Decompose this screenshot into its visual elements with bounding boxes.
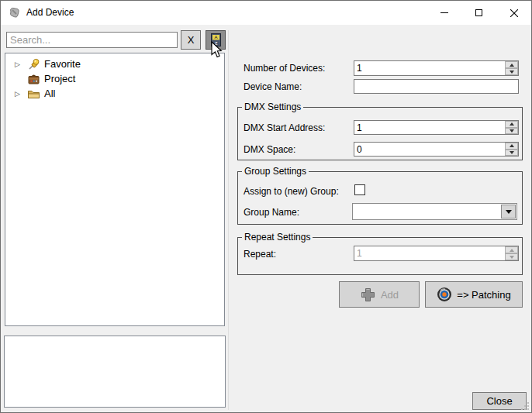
group-name-combobox[interactable] [352,203,517,220]
patching-button[interactable]: => Patching [425,281,523,308]
clear-search-label: X [188,34,195,46]
pane-splitter[interactable] [228,30,229,410]
group-name-label: Group Name: [244,207,299,219]
maximize-icon [475,9,482,16]
minimize-button[interactable] [427,1,461,25]
dmx-space-label: DMX Space: [244,144,295,156]
arrow-up-icon [510,144,514,147]
close-button[interactable]: Close [472,392,527,410]
chevron-down-icon [506,210,512,214]
spin-down-button[interactable] [505,68,518,75]
spin-down-button[interactable] [505,150,518,157]
repeat-settings-title: Repeat Settings [242,232,313,243]
tree-item-label: Favorite [44,58,81,70]
number-of-devices-label: Number of Devices: [244,63,325,74]
add-device-dialog: Add Device X A Z ▷ Favor [0,0,532,413]
tree-item-favorite[interactable]: ▷ Favorite [5,57,224,71]
pin-icon [27,58,40,71]
device-icon [8,6,21,19]
close-icon [510,9,518,17]
tree-item-label: All [44,88,55,99]
group-name-value [353,204,500,219]
arrow-down-icon [510,151,514,154]
arrow-down-icon [510,129,514,133]
arrow-up-icon [510,122,514,126]
number-of-devices-input[interactable] [354,61,505,75]
spin-up-button [505,246,518,253]
spin-up-button[interactable] [505,143,518,150]
dmx-start-address-input[interactable] [354,121,505,134]
assign-group-label: Assign to (new) Group: [244,186,339,198]
arrow-down-icon [510,256,514,259]
clear-search-button[interactable]: X [181,30,201,50]
titlebar: Add Device [1,1,531,25]
dmx-start-address-spinner [354,120,519,135]
number-of-devices-spinner [354,60,519,76]
plus-icon [360,287,376,303]
device-name-label: Device Name: [244,81,302,93]
minimize-icon [440,12,448,13]
dmx-space-input[interactable] [354,143,505,156]
tree-item-all[interactable]: ▷ All [5,86,224,101]
toolbox-icon [27,73,40,85]
spin-up-button[interactable] [505,61,518,68]
arrow-down-icon [510,71,514,74]
patching-button-label: => Patching [457,289,510,301]
dmx-settings-title: DMX Settings [242,102,303,113]
arrow-up-icon [510,249,514,252]
add-button[interactable]: Add [339,281,420,308]
svg-text:A: A [214,35,217,40]
maximize-button[interactable] [461,1,496,25]
expander-icon[interactable]: ▷ [15,60,22,68]
add-button-label: Add [381,289,399,301]
device-name-input[interactable] [354,80,518,93]
folder-icon [27,88,40,100]
dropdown-button[interactable] [501,205,516,219]
close-button-label: Close [486,395,512,407]
assign-group-checkbox[interactable] [354,184,365,195]
target-icon [437,287,452,302]
resize-grip[interactable] [520,401,530,411]
spin-down-button [505,253,518,260]
expander-icon[interactable]: ▷ [15,90,22,98]
dmx-space-spinner [354,142,519,157]
group-settings-title: Group Settings [242,166,309,177]
device-tree: ▷ Favorite Project ▷ [5,53,225,326]
preview-pane [4,336,226,408]
repeat-label: Repeat: [244,249,276,260]
device-name-field [354,79,519,94]
cursor-arrow [211,41,223,59]
dialog-title: Add Device [26,7,74,18]
repeat-spinner [354,246,519,261]
tree-item-label: Project [44,73,75,84]
close-window-button[interactable] [496,1,531,25]
dmx-start-address-label: DMX Start Address: [244,122,325,134]
repeat-input [354,246,505,260]
spin-up-button[interactable] [505,121,518,128]
arrow-up-icon [510,64,514,67]
tree-item-project[interactable]: Project [5,71,224,86]
search-input[interactable] [6,32,178,48]
spin-down-button[interactable] [505,128,518,135]
